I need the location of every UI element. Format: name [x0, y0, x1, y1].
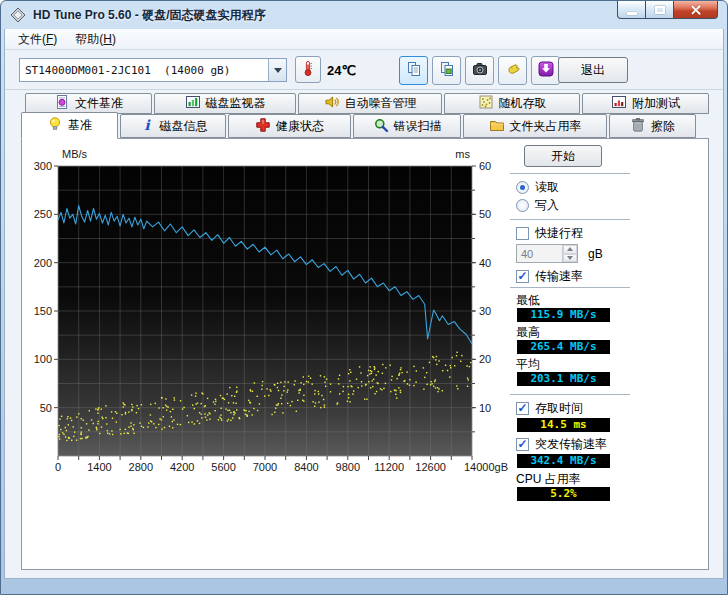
tab-label: 错误扫描: [394, 118, 442, 135]
svg-text:i: i: [144, 117, 151, 133]
short-stroke-option[interactable]: 快捷行程: [516, 225, 630, 241]
svg-text:50: 50: [40, 402, 52, 414]
svg-text:20: 20: [479, 353, 491, 365]
tab-label: 随机存取: [499, 95, 547, 112]
maximize-button[interactable]: [646, 1, 673, 19]
tab-label: 基准: [68, 117, 92, 134]
cpu-usage-value: 5.2%: [517, 487, 610, 501]
short-stroke-checkbox[interactable]: [516, 227, 529, 240]
svg-text:7000: 7000: [253, 461, 277, 473]
tab-strip-top: 文件基准磁盘监视器自动噪音管理随机存取附加测试: [25, 93, 723, 114]
copy-image-button[interactable]: [432, 56, 461, 85]
app-icon: [10, 7, 26, 23]
drive-select-value: ST14000DM001-2JC101 (14000 gB): [20, 64, 268, 77]
access-time-option[interactable]: 存取时间: [516, 400, 630, 416]
svg-text:4200: 4200: [170, 461, 194, 473]
title-bar[interactable]: HD Tune Pro 5.60 - 硬盘/固态硬盘实用程序: [1, 1, 727, 29]
tab-magnifier[interactable]: 错误扫描: [353, 114, 461, 138]
tab-label: 附加测试: [632, 95, 680, 112]
read-option[interactable]: 读取: [516, 179, 630, 195]
app-window: HD Tune Pro 5.60 - 硬盘/固态硬盘实用程序 文件(F)帮助(H…: [0, 0, 728, 595]
short-stroke-length-input[interactable]: 40: [516, 244, 578, 263]
drive-select[interactable]: ST14000DM001-2JC101 (14000 gB): [19, 58, 287, 82]
svg-text:12600: 12600: [415, 461, 446, 473]
temperature-value: 24℃: [327, 63, 356, 78]
tab-strip-bottom: 基准i磁盘信息健康状态错误扫描文件夹占用率擦除: [21, 114, 723, 138]
svg-text:14000gB: 14000gB: [464, 461, 508, 473]
svg-text:5600: 5600: [211, 461, 235, 473]
min-value: 115.9 MB/s: [517, 308, 610, 322]
burst-rate-checkbox[interactable]: [516, 438, 529, 451]
menu-item-file[interactable]: 文件(F): [9, 29, 66, 50]
tab-folder[interactable]: 文件夹占用率: [463, 114, 607, 138]
close-button[interactable]: [673, 1, 718, 19]
avg-label: 平均: [516, 357, 630, 371]
short-stroke-unit-label: gB: [588, 247, 603, 261]
tab-trash[interactable]: 擦除: [609, 114, 696, 138]
tab-label: 健康状态: [276, 118, 324, 135]
screenshot-button[interactable]: [465, 56, 494, 85]
max-value: 265.4 MB/s: [517, 340, 610, 354]
download-button[interactable]: [531, 56, 560, 85]
tab-bar-monitor[interactable]: 磁盘监视器: [154, 93, 296, 114]
burst-rate-label: 突发传输速率: [535, 436, 607, 453]
bulb-icon: [47, 116, 63, 135]
svg-text:200: 200: [34, 257, 52, 269]
spin-down-button[interactable]: [563, 254, 577, 263]
download-icon: [538, 61, 554, 80]
svg-text:100: 100: [34, 353, 52, 365]
transfer-rate-checkbox[interactable]: [516, 270, 529, 283]
write-radio[interactable]: [516, 199, 529, 212]
copy-icon: [406, 61, 422, 80]
burst-rate-value: 342.4 MB/s: [517, 454, 610, 468]
transfer-rate-option[interactable]: 传输速率: [516, 268, 630, 284]
svg-text:250: 250: [34, 208, 52, 220]
chevron-down-icon[interactable]: [268, 59, 286, 81]
trash-icon: [630, 117, 646, 136]
access-time-value: 14.5 ms: [517, 418, 610, 432]
info-icon: i: [139, 117, 155, 136]
extra-chart-icon: [611, 94, 627, 113]
tab-extra-chart[interactable]: 附加测试: [582, 93, 709, 114]
menu-bar: 文件(F)帮助(H): [5, 29, 723, 50]
svg-text:10: 10: [479, 402, 491, 414]
bar-monitor-icon: [185, 94, 201, 113]
tab-doc-bulb[interactable]: 文件基准: [25, 93, 152, 114]
read-radio[interactable]: [516, 181, 529, 194]
svg-text:40: 40: [479, 257, 491, 269]
short-stroke-label: 快捷行程: [535, 225, 583, 242]
toolbar: ST14000DM001-2JC101 (14000 gB) 24℃: [5, 50, 723, 90]
svg-text:150: 150: [34, 305, 52, 317]
access-time-checkbox[interactable]: [516, 402, 529, 415]
svg-text:0: 0: [55, 461, 61, 473]
svg-text:60: 60: [479, 160, 491, 172]
camera-icon: [472, 61, 488, 80]
svg-text:ms: ms: [455, 148, 470, 160]
hand-button[interactable]: [498, 56, 527, 85]
copy-button[interactable]: [399, 56, 428, 85]
write-option[interactable]: 写入: [516, 197, 630, 213]
minimize-button[interactable]: [617, 1, 646, 19]
burst-rate-option[interactable]: 突发传输速率: [516, 436, 630, 452]
spin-up-button[interactable]: [563, 245, 577, 254]
tab-label: 自动噪音管理: [345, 95, 417, 112]
svg-text:30: 30: [479, 305, 491, 317]
read-label: 读取: [535, 179, 559, 196]
tab-red-cross[interactable]: 健康状态: [228, 114, 351, 138]
exit-button[interactable]: 退出: [558, 57, 628, 83]
benchmark-page: MB/sms3002502001501005060504030201001400…: [21, 138, 709, 570]
tab-info[interactable]: i磁盘信息: [120, 114, 226, 138]
svg-text:2800: 2800: [129, 461, 153, 473]
svg-text:1400: 1400: [87, 461, 111, 473]
thermometer-icon: [300, 60, 316, 79]
separator: [510, 394, 630, 396]
tab-bulb[interactable]: 基准: [21, 112, 118, 139]
tab-label: 磁盘信息: [160, 118, 208, 135]
tab-speaker[interactable]: 自动噪音管理: [298, 93, 442, 114]
tab-scatter[interactable]: 随机存取: [444, 93, 580, 114]
svg-text:300: 300: [34, 160, 52, 172]
tab-label: 文件基准: [75, 95, 123, 112]
menu-item-help[interactable]: 帮助(H): [66, 29, 125, 50]
start-button[interactable]: 开始: [524, 145, 602, 167]
temperature-button[interactable]: [295, 56, 321, 83]
